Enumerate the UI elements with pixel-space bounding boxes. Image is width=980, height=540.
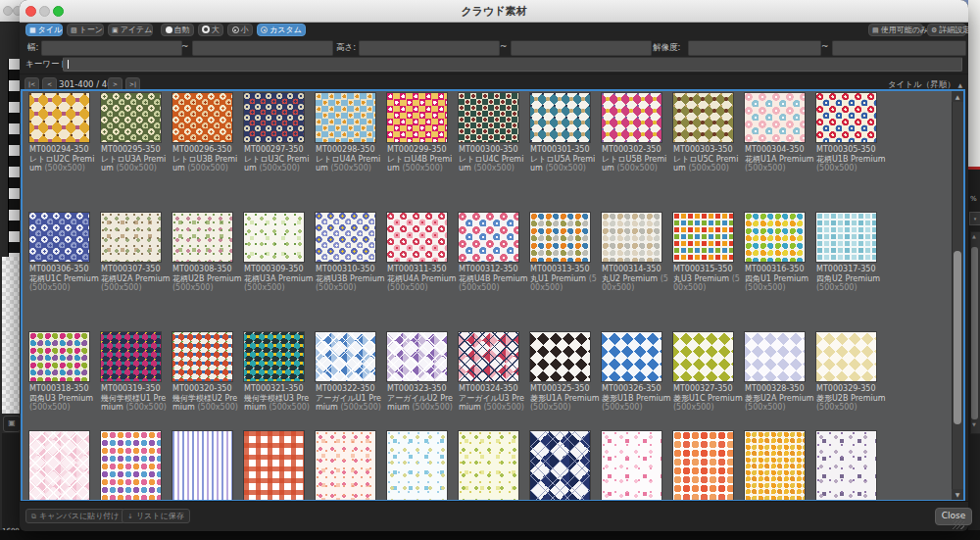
material-tile[interactable] [244, 332, 304, 381]
material-tile[interactable] [530, 431, 590, 500]
material-tile[interactable] [244, 93, 304, 142]
material-tile-label: MT000305-350 花柄U1B Premium (500x500) [816, 145, 886, 173]
material-tile[interactable] [459, 213, 518, 262]
material-tile[interactable] [673, 93, 733, 142]
material-tile[interactable] [101, 93, 161, 142]
material-tile-label: MT000329-350 菱形U2B Premium (500x500) [816, 384, 886, 413]
size-auto-button[interactable]: 自動 [161, 24, 194, 36]
tab-tile[interactable]: ▦タイル [25, 24, 63, 36]
material-tile[interactable] [387, 431, 447, 500]
material-tile[interactable] [316, 213, 375, 262]
material-tile[interactable] [602, 431, 662, 500]
detail-settings-button[interactable]: ⚙詳細設定 [927, 24, 966, 36]
material-tile[interactable] [172, 332, 232, 381]
material-tile-label: MT000328-350 菱形U2A Premium (500x500) [745, 384, 814, 413]
height-min-input[interactable] [359, 40, 500, 56]
material-tile[interactable] [244, 213, 304, 262]
paste-to-canvas-button[interactable]: ⧉キャンバスに貼り付け [25, 509, 125, 523]
resolution-min-input[interactable] [688, 40, 821, 56]
next-page-button[interactable]: > [108, 77, 122, 91]
material-tile-label: MT000315-350 丸U3 Premium (500x500) [673, 265, 743, 293]
material-tile[interactable] [816, 431, 876, 500]
grid-scroll-up-icon[interactable]: ▲ [952, 91, 963, 102]
scroll-up-icon[interactable]: ▲ [972, 233, 976, 239]
material-tile[interactable] [602, 332, 662, 381]
material-tile[interactable] [816, 332, 876, 381]
material-tile[interactable] [816, 93, 876, 142]
material-tile[interactable] [172, 213, 232, 262]
material-tile[interactable] [745, 93, 805, 142]
material-tile[interactable] [316, 431, 375, 500]
last-page-button[interactable]: >| [125, 77, 140, 91]
material-tile[interactable] [602, 213, 662, 262]
material-tile[interactable] [673, 213, 733, 262]
material-tile[interactable] [459, 332, 518, 381]
material-tile[interactable] [244, 431, 304, 500]
width-min-input[interactable] [41, 40, 182, 56]
material-tile[interactable] [101, 431, 161, 500]
paste-float-icon[interactable]: ▣ [3, 416, 21, 432]
cloud-materials-dialog: クラウド素材 ▦タイル ▨トーン ▣アイテム 自動 大 小 カスタム ▤使用可能… [20, 0, 968, 530]
material-tile-label: MT000317-350 四角U2 Premium (500x500) [816, 265, 886, 293]
material-tile[interactable] [816, 213, 876, 262]
usable-only-button[interactable]: ▤使用可能のみ [868, 24, 923, 36]
material-tile[interactable] [29, 93, 89, 142]
material-tile[interactable] [29, 213, 89, 262]
sort-order-dropdown[interactable]: タイトル（昇順） ▲ [888, 79, 962, 91]
material-tile[interactable] [530, 213, 590, 262]
save-to-list-button[interactable]: ↓リストに保存 [122, 509, 190, 523]
height-max-input[interactable] [511, 40, 652, 56]
underlying-dropdown[interactable]: ▾ [969, 212, 980, 225]
scroll-down-icon[interactable]: ▼ [972, 421, 976, 427]
keyword-input[interactable] [63, 57, 962, 72]
material-tile[interactable] [29, 431, 89, 500]
size-large-button[interactable]: 大 [198, 24, 223, 36]
material-tile[interactable] [29, 332, 89, 381]
material-tile[interactable] [387, 213, 447, 262]
material-tile[interactable] [745, 332, 805, 381]
screenshot-root: { "window": { "title": "クラウド素材" }, "tool… [0, 0, 980, 540]
auto-circle-icon [166, 26, 172, 33]
material-tile-label: MT000303-350 レトロU5C Premium (500x500) [673, 145, 743, 173]
tab-item[interactable]: ▣アイテム [108, 24, 153, 36]
resize-grip[interactable] [953, 520, 964, 529]
material-tile-label: MT000326-350 菱形U1B Premium (500x500) [602, 384, 671, 413]
resolution-max-input[interactable] [832, 40, 966, 56]
material-tile[interactable] [745, 213, 805, 262]
grid-scroll-down-icon[interactable]: ▼ [952, 489, 963, 500]
material-tile[interactable] [387, 332, 447, 381]
material-tile[interactable] [316, 332, 375, 381]
material-tile-label: MT000319-350 幾何学模様U1 Premium (500x500) [101, 384, 171, 413]
material-tile-label: MT000307-350 花柄U2A Premium (500x500) [101, 265, 171, 293]
material-tile[interactable] [172, 93, 232, 142]
resolution-label: 解像度: [653, 42, 680, 54]
tab-tone[interactable]: ▨トーン [67, 24, 104, 36]
material-tile[interactable] [673, 431, 733, 500]
material-tile[interactable] [530, 93, 590, 142]
grid-scrollbar-thumb[interactable] [954, 251, 961, 424]
materials-grid: ▲ ▼ MT000294-350 レトロU2C Premium (500x500… [23, 91, 963, 500]
underlying-scrollbar-thumb[interactable] [971, 247, 978, 419]
material-tile-label: MT000296-350 レトロU3B Premium (500x500) [172, 145, 242, 173]
size-small-button[interactable]: 小 [227, 24, 253, 36]
gear-icon: ⚙ [931, 26, 937, 34]
material-tile[interactable] [673, 332, 733, 381]
dialog-title: クラウド素材 [20, 4, 968, 19]
material-tile[interactable] [101, 332, 161, 381]
material-tile[interactable] [459, 431, 518, 500]
prev-page-button[interactable]: < [42, 77, 57, 91]
first-page-button[interactable]: |< [24, 77, 39, 91]
width-max-input[interactable] [192, 40, 333, 56]
material-tile[interactable] [172, 431, 232, 500]
material-tile[interactable] [387, 93, 447, 142]
material-tile[interactable] [530, 332, 590, 381]
material-tile[interactable] [459, 93, 518, 142]
size-custom-button[interactable]: カスタム [257, 24, 306, 36]
material-tile[interactable] [745, 431, 805, 500]
keyword-row: キーワード: [20, 56, 968, 72]
dialog-titlebar[interactable]: クラウド素材 [20, 0, 968, 23]
material-tile[interactable] [316, 93, 375, 142]
material-tile[interactable] [101, 213, 161, 262]
material-tile-label: MT000323-350 アーガイルU2 Premium (500x500) [387, 384, 457, 413]
material-tile[interactable] [602, 93, 662, 142]
